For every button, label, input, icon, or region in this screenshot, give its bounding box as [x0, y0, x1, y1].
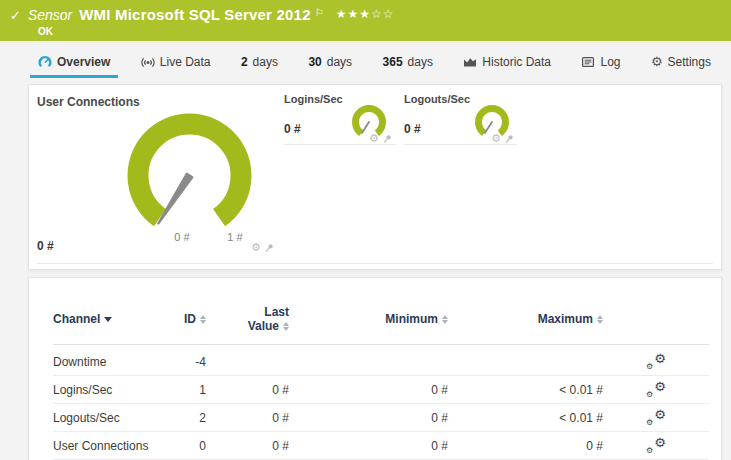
table-row-user-connections[interactable]: User Connections 0 0 # 0 # 0 # ⚙⚙ [53, 432, 709, 460]
tab-overview[interactable]: Overview [30, 48, 118, 78]
column-label: Value [248, 319, 279, 333]
cell-id: 2 [178, 411, 206, 425]
cell-channel: Logouts/Sec [53, 411, 178, 425]
widget-separator [284, 144, 396, 145]
channel-settings-icon[interactable]: ⚙⚙ [646, 354, 666, 370]
tab-label: Log [600, 55, 620, 69]
table-row-logouts[interactable]: Logouts/Sec 2 0 # 0 # < 0.01 # ⚙⚙ [53, 404, 709, 432]
tab-label: Overview [57, 55, 110, 69]
gauge-scale-max: 1 # [215, 231, 255, 243]
logins-value: 0 # [284, 122, 301, 136]
tab-2-days[interactable]: 2 days [233, 48, 286, 78]
cell-minimum: 0 # [289, 439, 448, 453]
object-kind-label: Sensor [28, 7, 72, 23]
column-label: Last [264, 305, 289, 319]
gauge-icon [38, 55, 52, 69]
cell-channel: Downtime [53, 355, 178, 369]
gauge-scale-min: 0 # [162, 231, 202, 243]
column-label: Minimum [385, 312, 438, 326]
cell-minimum: 0 # [289, 411, 448, 425]
sensor-status-badge: OK [38, 26, 53, 37]
cell-last-value: 0 # [206, 439, 289, 453]
pin-icon[interactable] [504, 134, 514, 144]
stars-filled[interactable]: ★★★ [336, 7, 371, 21]
table-row-logins[interactable]: Logins/Sec 1 0 # 0 # < 0.01 # ⚙⚙ [53, 376, 709, 404]
cell-last-value: 0 # [206, 383, 289, 397]
cell-id: 1 [178, 383, 206, 397]
cell-maximum: 0 # [448, 439, 603, 453]
user-connections-gauge [117, 103, 262, 248]
user-connections-value: 0 # [37, 239, 54, 253]
area-chart-icon [463, 55, 477, 69]
tab-365-days[interactable]: 365 days [375, 48, 441, 78]
channel-settings-icon[interactable]: ⚙⚙ [646, 410, 666, 426]
cell-maximum: < 0.01 # [448, 383, 603, 397]
channel-table-header: Channel ID Last Value Minimum Maximum [53, 296, 709, 342]
tab-label: days [253, 55, 278, 69]
column-header-last-value[interactable]: Last Value [206, 305, 289, 333]
tab-number: 365 [383, 55, 403, 69]
tab-label: days [327, 55, 352, 69]
tab-log[interactable]: Log [573, 48, 628, 78]
tab-label: days [408, 55, 433, 69]
priority-stars[interactable]: ★★★☆☆ [336, 7, 395, 21]
gear-icon: ⚙ [651, 55, 663, 68]
stars-empty[interactable]: ☆☆ [371, 7, 395, 21]
column-header-minimum[interactable]: Minimum [289, 312, 448, 326]
sort-icon [597, 315, 603, 324]
table-row-downtime[interactable]: Downtime -4 ⚙⚙ [53, 348, 709, 376]
tab-settings[interactable]: ⚙ Settings [643, 48, 719, 78]
widget-separator [404, 144, 517, 145]
gauge-needle [362, 122, 369, 133]
gear-icon[interactable]: ⚙ [251, 242, 261, 253]
gauges-panel: User Connections 0 # 1 # 0 # ⚙ Logins/Se… [28, 84, 722, 270]
cell-last-value: 0 # [206, 411, 289, 425]
cell-channel: User Connections [53, 439, 178, 453]
header-separator [53, 344, 709, 345]
channel-settings-icon[interactable]: ⚙⚙ [646, 438, 666, 454]
live-data-icon [141, 55, 155, 69]
channel-settings-icon[interactable]: ⚙⚙ [646, 382, 666, 398]
tab-30-days[interactable]: 30 days [300, 48, 360, 78]
sensor-title: WMI Microsoft SQL Server 2012 [79, 6, 310, 23]
logouts-value: 0 # [404, 122, 421, 136]
log-list-icon [581, 55, 595, 69]
tab-number: 30 [308, 55, 321, 69]
tab-label: Settings [668, 55, 711, 69]
channel-table-rows: Downtime -4 ⚙⚙ Logins/Sec 1 0 # 0 # < 0.… [53, 348, 709, 460]
tab-label: Historic Data [482, 55, 551, 69]
tab-live-data[interactable]: Live Data [133, 48, 219, 78]
column-header-channel[interactable]: Channel [53, 312, 178, 326]
column-label: Channel [53, 312, 100, 326]
sensor-header: ✓ Sensor WMI Microsoft SQL Server 2012 ⚐… [0, 0, 731, 41]
tab-number: 2 [241, 55, 248, 69]
sort-descending-icon [104, 317, 112, 322]
column-label: ID [184, 312, 196, 326]
status-ok-check-icon: ✓ [10, 8, 21, 23]
pin-icon[interactable] [382, 134, 392, 144]
gauge-title-logins: Logins/Sec [284, 93, 343, 105]
cell-minimum: 0 # [289, 383, 448, 397]
gear-icon[interactable]: ⚙ [369, 133, 379, 144]
prtg-sensor-page: { "header": { "kind": "Sensor", "title":… [0, 0, 731, 460]
cell-id: 0 [178, 439, 206, 453]
column-label: Maximum [538, 312, 593, 326]
gauge-needle [158, 174, 192, 224]
tab-historic-data[interactable]: Historic Data [455, 48, 559, 78]
cell-channel: Logins/Sec [53, 383, 178, 397]
column-header-maximum[interactable]: Maximum [448, 312, 603, 326]
gear-icon[interactable]: ⚙ [491, 133, 501, 144]
gauge-title-logouts: Logouts/Sec [404, 93, 470, 105]
tab-label: Live Data [160, 55, 211, 69]
widget-separator [37, 263, 713, 264]
pin-icon[interactable] [264, 243, 274, 253]
flag-icon[interactable]: ⚐ [315, 7, 324, 18]
cell-maximum: < 0.01 # [448, 411, 603, 425]
tab-bar: Overview Live Data 2 days 30 days 365 da… [0, 48, 731, 78]
cell-id: -4 [178, 355, 206, 369]
column-header-id[interactable]: ID [178, 312, 206, 326]
channels-panel: Channel ID Last Value Minimum Maximum Do… [28, 277, 722, 460]
